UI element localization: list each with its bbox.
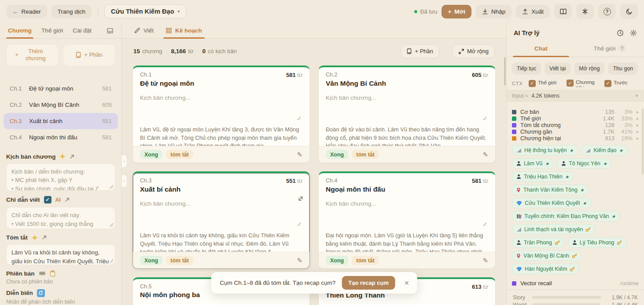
asterisk-tool-button[interactable] bbox=[576, 4, 594, 19]
history-icon[interactable] bbox=[617, 29, 624, 36]
sparkle-icon[interactable] bbox=[59, 153, 66, 160]
export-button[interactable]: Xuất bbox=[516, 5, 550, 18]
chapter-list-item-selected[interactable]: Ch.3 Xuất bí cảnh 551 bbox=[4, 113, 118, 129]
tag[interactable]: Triệu Hạo Thiên★ bbox=[512, 171, 573, 182]
panel-collapse-handle[interactable]: ‹ bbox=[121, 155, 127, 168]
context-row[interactable]: Cơ bản 1353%▸ bbox=[507, 109, 644, 115]
edit-pencil-icon[interactable]: ✎ bbox=[297, 151, 302, 159]
tag[interactable]: Tô Ngọc Yên★ bbox=[557, 158, 611, 169]
expand-icon[interactable] bbox=[70, 154, 74, 159]
chapter-card[interactable]: Ch.4 581 từ Ngoại môn thi đấu Kịch bản c… bbox=[318, 171, 496, 269]
gear-icon[interactable] bbox=[630, 29, 637, 36]
resize-handle-icon[interactable] bbox=[482, 116, 486, 120]
expand-view-button[interactable]: Mở rộng bbox=[453, 44, 495, 58]
context-row[interactable]: Chương gần 1.7K41%▸ bbox=[507, 128, 644, 135]
shorten-button[interactable]: Thu gọn bbox=[608, 62, 638, 75]
arrow-left-icon: ← bbox=[12, 8, 18, 15]
ai-tab-chat[interactable]: Chat bbox=[507, 41, 575, 57]
tag[interactable]: Vân Mộng Bí Cảnh bbox=[512, 251, 581, 261]
create-recap-button[interactable]: Tạo recap cụm bbox=[342, 276, 395, 290]
tag[interactable]: Linh thạch và tài nguyên bbox=[512, 224, 595, 235]
context-toggles: CTX ✓ Thế giới ✓ Chương này ✓ Trước bbox=[507, 78, 644, 88]
tag[interactable]: Kiếm đạo★ bbox=[581, 145, 627, 156]
edit-pencil-icon[interactable]: ✎ bbox=[297, 257, 302, 265]
add-chapter-button[interactable]: + Thêm chương bbox=[6, 44, 59, 66]
resize-handle-icon[interactable] bbox=[482, 222, 486, 226]
clipboard-icon[interactable] bbox=[50, 270, 55, 277]
context-row[interactable]: Chương hiện tại 81319%▸ bbox=[507, 135, 644, 142]
chapter-card-selected[interactable]: Ch.3 551 từ Xuất bí cảnh Kịch bản chương… bbox=[132, 171, 310, 269]
card-title: Đệ tử ngoại môn bbox=[133, 78, 309, 87]
tab-write[interactable]: Viết bbox=[134, 23, 154, 38]
resize-handle-icon[interactable] bbox=[109, 185, 113, 189]
main-scrollbar[interactable] bbox=[504, 57, 506, 85]
chapter-list-item[interactable]: Ch.2 Vân Mộng Bí Cảnh 605 bbox=[4, 97, 118, 113]
panel-collapse-handle[interactable]: ‹ bbox=[121, 174, 127, 188]
expand-icon[interactable] bbox=[42, 235, 47, 240]
tag[interactable]: Cửu Thiên Kiếm Quyết★ bbox=[512, 198, 591, 208]
top-bar: ← Reader Trang dịch Cửu Thiên Kiếm Đạo ▾… bbox=[0, 0, 644, 23]
tag[interactable]: Hàn Nguyệt Kiếm bbox=[512, 264, 579, 274]
card-script-input[interactable]: Kịch bản chương... bbox=[140, 200, 302, 228]
checkbox-checked-icon[interactable]: ✓ bbox=[604, 80, 611, 87]
status-badge: Xong bbox=[140, 256, 162, 265]
translate-page-button[interactable]: Trang dịch bbox=[52, 5, 92, 18]
summary-input[interactable]: Lâm Vũ ra khỏi bí cảnh tay không, giấu k… bbox=[6, 244, 115, 265]
context-row[interactable]: Tóm tắt chương 1283%▸ bbox=[507, 122, 644, 128]
card-script-input[interactable]: Kịch bản chương... bbox=[140, 94, 302, 122]
ctx-check-world[interactable]: ✓ Thế giới bbox=[529, 80, 563, 87]
tab-world[interactable]: Thế giới bbox=[41, 23, 63, 38]
instruction-checkbox[interactable]: ✓ bbox=[44, 196, 52, 203]
ai-assistant-panel: AI Trợ lý Chat Thế giới ? Tiếp tục Viết … bbox=[506, 23, 644, 305]
ai-tab-world[interactable]: Thế giới ? bbox=[575, 41, 644, 57]
edit-pencil-icon[interactable]: ✎ bbox=[482, 257, 488, 265]
chapter-card[interactable]: Ch.1 581 từ Đệ tử ngoại môn Kịch bản chư… bbox=[132, 65, 310, 163]
chapter-list-item[interactable]: Ch.1 Đệ tử ngoại môn 581 bbox=[4, 80, 118, 97]
tag[interactable]: Hệ thống tu luyện★ bbox=[512, 145, 578, 156]
close-icon[interactable]: ✕ bbox=[401, 280, 412, 287]
chapter-script-input[interactable]: Kịch bản / diễn biến chương: • MC phát h… bbox=[6, 163, 115, 191]
tag[interactable]: Tuyến chính: Kiếm Đạo Phong Vân★ bbox=[512, 211, 620, 221]
analyze-refresh-icon[interactable] bbox=[37, 289, 45, 297]
token-input-row[interactable]: Input ≈ 4.2K tokens ▼ bbox=[507, 90, 644, 102]
chapter-card[interactable]: Ch.2 605 từ Vân Mộng Bí Cảnh Kịch bản ch… bbox=[318, 65, 496, 163]
ctx-check-previous[interactable]: ✓ Trước bbox=[604, 80, 639, 87]
card-script-input[interactable]: Kịch bản chương... bbox=[326, 200, 488, 228]
help-button[interactable]: ? bbox=[598, 4, 616, 19]
ctx-check-chapter[interactable]: ✓ Chương này bbox=[567, 80, 601, 87]
resize-handle-icon[interactable] bbox=[297, 116, 301, 120]
open-book-button[interactable] bbox=[554, 4, 572, 19]
checkbox-checked-icon[interactable]: ✓ bbox=[529, 80, 536, 87]
reader-back-button[interactable]: ← Reader bbox=[6, 5, 47, 18]
rewrite-button[interactable]: Viết lại bbox=[545, 62, 570, 75]
resize-handle-icon[interactable] bbox=[109, 223, 113, 227]
chapter-list-item[interactable]: Ch.4 Ngoại môn thi đấu 581 bbox=[4, 129, 118, 145]
tab-settings[interactable]: Cài đặt bbox=[73, 23, 92, 38]
tag[interactable]: Lâm Vũ★ bbox=[512, 158, 553, 169]
resize-handle-icon[interactable] bbox=[109, 259, 113, 263]
new-button[interactable]: + Mới bbox=[442, 5, 471, 18]
context-row[interactable]: Thế giới 1.4K33%▸ bbox=[507, 115, 644, 122]
card-script-input[interactable]: Kịch bản chương... bbox=[326, 94, 488, 122]
continue-button[interactable]: Tiếp tục bbox=[512, 62, 541, 75]
import-button[interactable]: Nhập bbox=[476, 5, 512, 18]
dark-mode-button[interactable] bbox=[620, 4, 638, 19]
book-title-dropdown[interactable]: Cửu Thiên Kiếm Đạo ▾ bbox=[104, 4, 186, 18]
add-part-button[interactable]: + Phần bbox=[63, 44, 115, 66]
add-part-button[interactable]: + Phần bbox=[401, 44, 439, 58]
expand-icon[interactable] bbox=[65, 197, 70, 202]
expand-button[interactable]: Mở rộng bbox=[574, 62, 604, 75]
resize-handle-icon[interactable] bbox=[297, 222, 301, 226]
panel-scrollbar[interactable] bbox=[642, 109, 644, 174]
checkbox-checked-icon[interactable]: ✓ bbox=[567, 80, 574, 87]
inbox-icon[interactable] bbox=[107, 28, 114, 34]
tag[interactable]: Lý Tiêu Phong bbox=[568, 237, 627, 248]
tag[interactable]: Trần Phong bbox=[512, 237, 564, 248]
tab-chapters[interactable]: Chương bbox=[8, 23, 32, 38]
tab-plan[interactable]: Kế hoạch bbox=[166, 23, 202, 38]
write-instruction-input[interactable]: Chỉ dẫn cho AI lần viết này: • Viết 1500… bbox=[6, 207, 115, 229]
edit-pencil-icon[interactable]: ✎ bbox=[482, 151, 488, 159]
tag[interactable]: Thanh Vân Kiếm Tông★ bbox=[512, 185, 589, 195]
archive-icon[interactable] bbox=[39, 271, 46, 276]
sparkle-icon[interactable] bbox=[32, 235, 38, 241]
